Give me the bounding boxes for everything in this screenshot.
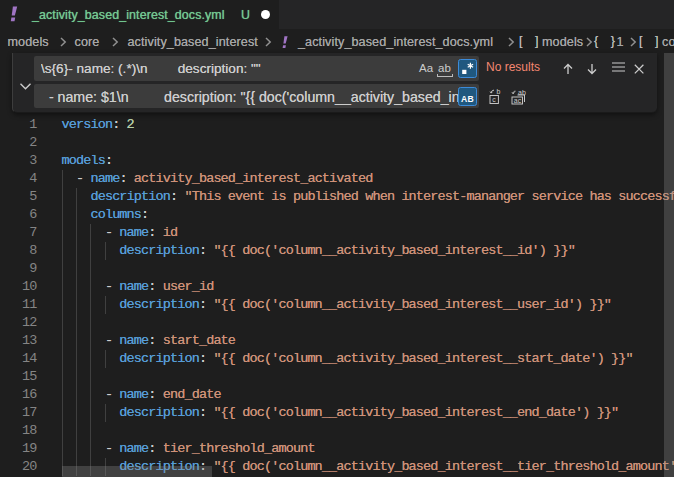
svg-text:b: b: [497, 88, 501, 95]
svg-text:ac: ac: [514, 97, 522, 104]
svg-text:c: c: [492, 96, 496, 103]
svg-text:ab: ab: [518, 89, 526, 96]
